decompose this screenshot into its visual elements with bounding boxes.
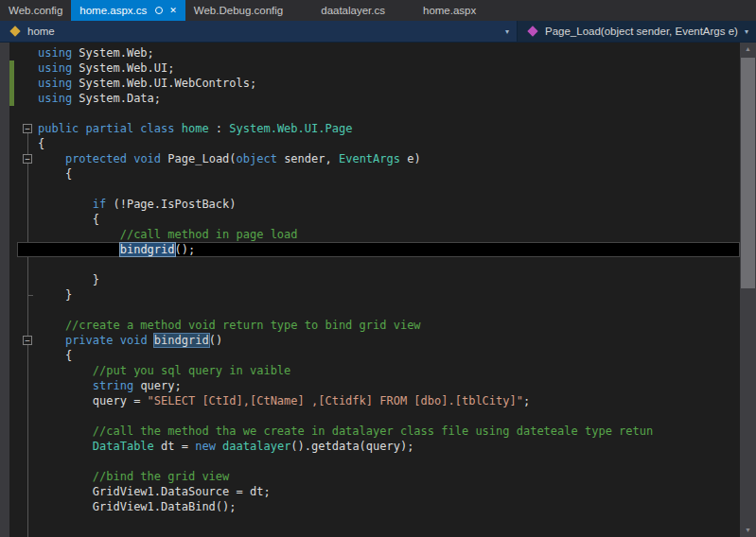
close-icon[interactable]: ✕ [169, 7, 177, 15]
code-editor[interactable]: −−− using System.Web;using System.Web.UI… [0, 43, 756, 537]
member-dropdown[interactable]: Page_Load(object sender, EventArgs e) ▾ [518, 21, 756, 42]
tab-label: daatalayer.cs [321, 5, 385, 16]
code-line[interactable]: { [17, 166, 740, 182]
method-icon [527, 26, 537, 36]
code-line[interactable] [17, 303, 740, 318]
code-line[interactable]: } [17, 272, 740, 287]
highlighted-reference: bindgrid [154, 334, 209, 347]
scope-label: home [27, 26, 55, 37]
tab-daatalayer-cs[interactable]: daatalayer.cs [312, 0, 394, 21]
code-line[interactable]: private void bindgrid() [17, 333, 740, 348]
pin-icon[interactable] [155, 7, 163, 14]
code-line[interactable]: } [17, 287, 740, 303]
code-line[interactable]: //create a method void return type to bi… [17, 318, 740, 333]
tab-label: Web.config [9, 5, 62, 16]
navigation-bar: home ▾ Page_Load(object sender, EventArg… [0, 21, 756, 43]
code-area[interactable]: using System.Web;using System.Web.UI;usi… [0, 45, 740, 514]
code-line[interactable]: GridView1.DataBind(); [17, 499, 740, 514]
vertical-scrollbar[interactable]: ▲ ▼ [740, 43, 756, 537]
code-line[interactable]: string query; [17, 378, 740, 393]
code-line[interactable]: { [17, 212, 740, 227]
code-line[interactable]: using System.Data; [17, 91, 740, 106]
code-line[interactable]: GridView1.DataSource = dt; [17, 484, 740, 499]
code-line[interactable]: //put you sql query in vaible [17, 363, 740, 378]
code-line[interactable] [17, 257, 740, 272]
scroll-up-icon[interactable]: ▲ [740, 43, 756, 56]
code-line[interactable]: using System.Web.UI.WebControls; [17, 76, 740, 91]
code-line[interactable] [17, 182, 740, 197]
code-line[interactable]: DataTable dt = new daatalayer().getdata(… [17, 439, 740, 454]
chevron-down-icon[interactable]: ▾ [745, 27, 748, 36]
code-line[interactable]: //call the method tha we create in datal… [17, 424, 740, 439]
tab-web-debug-config[interactable]: Web.Debug.config [185, 0, 291, 21]
code-line[interactable]: //bind the grid view [17, 469, 740, 484]
code-line[interactable] [17, 106, 740, 121]
code-line[interactable]: //call method in page load [17, 227, 740, 242]
tab-label: Web.Debug.config [194, 5, 283, 16]
current-code-line[interactable]: bindgrid(); [17, 242, 740, 257]
class-icon [9, 26, 20, 36]
code-line[interactable]: { [17, 136, 740, 151]
tab-home-aspx-cs[interactable]: home.aspx.cs ✕ [71, 0, 185, 21]
selected-word: bindgrid [120, 243, 175, 256]
tab-home-aspx[interactable]: home.aspx [414, 0, 484, 21]
code-line[interactable]: { [17, 348, 740, 363]
code-line[interactable]: query = "SELECT [CtId],[CtName] ,[Ctidfk… [17, 393, 740, 408]
code-line[interactable] [17, 408, 740, 424]
code-line[interactable]: using System.Web.UI; [17, 61, 740, 76]
code-line[interactable]: protected void Page_Load(object sender, … [17, 151, 740, 166]
tab-label: home.aspx.cs [79, 5, 147, 16]
scroll-down-icon[interactable]: ▼ [740, 524, 756, 537]
member-label: Page_Load(object sender, EventArgs e) [545, 26, 738, 37]
code-line[interactable]: using System.Web; [17, 45, 740, 61]
code-line[interactable]: if (!Page.IsPostBack) [17, 197, 740, 212]
scrollbar-thumb[interactable] [741, 58, 755, 288]
code-line[interactable] [17, 454, 740, 469]
chevron-down-icon[interactable]: ▾ [505, 27, 509, 36]
tab-bar: Web.config home.aspx.cs ✕ Web.Debug.conf… [0, 0, 756, 21]
tab-label: home.aspx [423, 5, 476, 16]
tab-web-config[interactable]: Web.config [0, 0, 71, 21]
code-line[interactable]: public partial class home : System.Web.U… [17, 121, 740, 136]
scope-dropdown[interactable]: home ▾ [0, 21, 518, 42]
